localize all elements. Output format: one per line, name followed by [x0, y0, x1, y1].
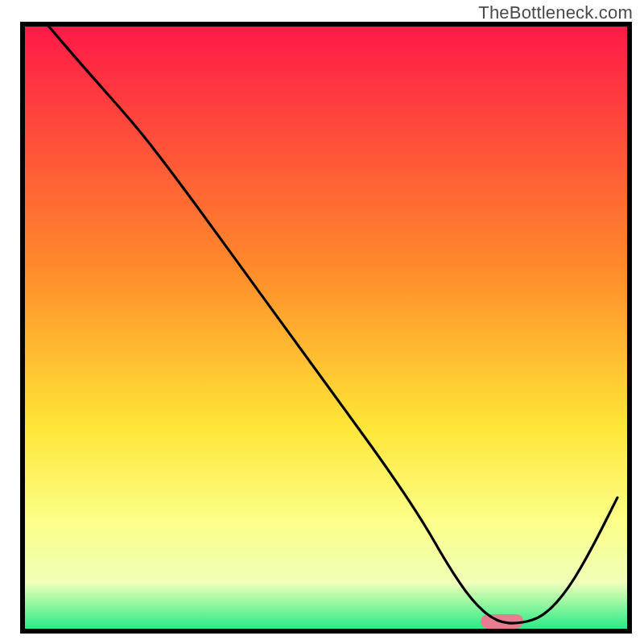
gradient-background [23, 24, 630, 631]
chart-container: TheBottleneck.com [0, 0, 644, 644]
bottleneck-chart [0, 0, 644, 644]
attribution-label: TheBottleneck.com [478, 2, 633, 23]
